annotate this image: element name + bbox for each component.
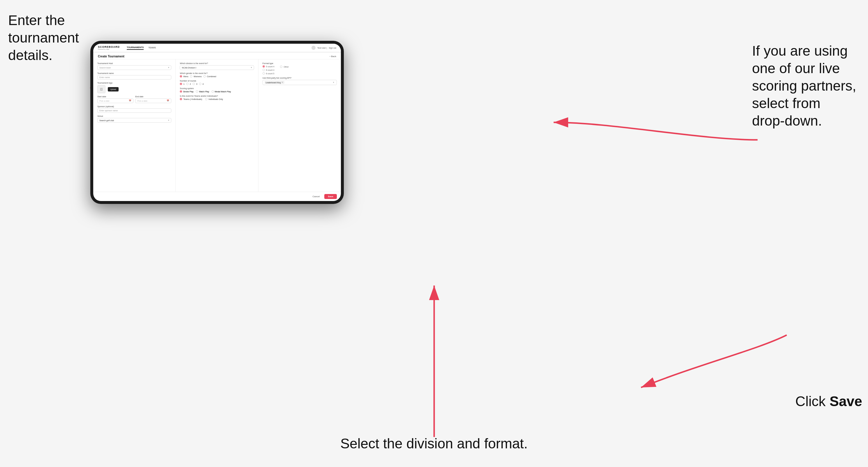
api-value: Leaderboard King <box>266 82 281 84</box>
name-group: Tournament name Enter name <box>97 72 171 80</box>
scoring-medal-label: Medal Match Play <box>215 91 231 93</box>
host-label: Tournament Host <box>97 62 171 64</box>
radio-round-3[interactable] <box>193 83 195 85</box>
gender-womens[interactable]: Womens <box>190 75 202 77</box>
scoring-medal[interactable]: Medal Match Play <box>212 90 231 93</box>
gender-combined[interactable]: Combined <box>204 75 216 77</box>
round-3-label: 3 <box>196 83 197 85</box>
date-row: Start date Pick a date 📅 End date Pick a… <box>97 96 171 103</box>
annotation-live: If you are usingone of our livescoring p… <box>752 42 860 130</box>
gender-group: Which gender is the event for? Mens Wome… <box>180 72 254 77</box>
venue-placeholder: Search golf club <box>99 119 114 122</box>
name-input[interactable]: Enter name <box>97 75 171 80</box>
venue-group: Venue Search golf club ▾ <box>97 115 171 123</box>
logo-area: 🖼 Upload <box>97 85 171 93</box>
form-col-3: Format type 5 count 4 6 count 4 <box>258 59 341 192</box>
radio-combined[interactable] <box>204 75 206 77</box>
nav-right: Test User | Sign out <box>311 46 336 50</box>
venue-chevron-icon: ▾ <box>168 119 169 122</box>
gender-combined-label: Combined <box>207 75 216 77</box>
api-close-icon[interactable]: ✕ <box>281 81 283 84</box>
form-col-2: Which division is the event for? NCAA Di… <box>176 59 258 192</box>
logo-placeholder: 🖼 <box>97 85 105 93</box>
scoring-stroke-label: Stroke Play <box>183 91 193 93</box>
teams-plus-label: Teams (+Individuals) <box>183 98 202 100</box>
other-label: Other <box>283 66 289 68</box>
division-group: Which division is the event for? NCAA Di… <box>180 62 254 70</box>
start-label: Start date <box>97 96 133 98</box>
end-date-input[interactable]: Pick a date 📅 <box>135 98 171 103</box>
nav-tournaments[interactable]: TOURNAMENTS <box>127 46 144 50</box>
gender-options: Mens Womens Combined <box>180 75 254 77</box>
round-3[interactable]: 3 <box>193 83 197 85</box>
format-5count4-label: 5 count 4 <box>266 66 275 68</box>
radio-6count5[interactable] <box>262 72 265 74</box>
save-button[interactable]: Save <box>324 194 337 199</box>
radio-teams[interactable] <box>180 98 182 100</box>
annotation-enter: Enter thetournamentdetails. <box>8 12 79 64</box>
venue-select[interactable]: Search golf club ▾ <box>97 118 171 123</box>
back-link[interactable]: ‹ Back <box>330 55 336 58</box>
round-4[interactable]: 4 <box>199 83 204 85</box>
cancel-button[interactable]: Cancel <box>310 194 322 199</box>
rounds-label: Number of rounds <box>180 80 254 82</box>
round-2[interactable]: 2 <box>186 83 191 85</box>
format-6count5[interactable]: 6 count 5 <box>262 72 275 74</box>
gender-label: Which gender is the event for? <box>180 72 254 74</box>
teams-label: Is this event for Teams and/or Individua… <box>180 95 254 97</box>
format-6count4-label: 6 count 4 <box>266 69 275 71</box>
tablet-screen: SCOREBOARD Powered by clipp! TOURNAMENTS… <box>93 44 341 201</box>
radio-6count4[interactable] <box>262 69 265 71</box>
upload-button[interactable]: Upload <box>108 87 119 91</box>
division-select[interactable]: NCAA Division I ▾ <box>180 65 254 70</box>
navbar: SCOREBOARD Powered by clipp! TOURNAMENTS… <box>93 44 341 53</box>
host-input[interactable]: Search team ▾ <box>97 65 171 70</box>
sponsor-input[interactable]: Enter sponsor name <box>97 108 171 113</box>
scoring-match-label: Match Play <box>199 91 209 93</box>
radio-medal[interactable] <box>212 90 214 93</box>
logo-group: Tournament logo 🖼 Upload <box>97 82 171 93</box>
radio-individuals[interactable] <box>205 98 208 100</box>
api-select[interactable]: Leaderboard King ✕ ▾ <box>262 80 337 85</box>
round-1-label: 1 <box>183 83 184 85</box>
user-label: Test User | <box>317 47 327 49</box>
radio-match[interactable] <box>196 90 198 93</box>
format-6count4[interactable]: 6 count 4 <box>262 69 275 71</box>
radio-womens[interactable] <box>190 75 192 77</box>
annotation-division: Select the division and format. <box>340 435 528 453</box>
brand-name: SCOREBOARD <box>98 45 120 49</box>
rounds-options: 1 2 3 4 <box>180 83 254 85</box>
gender-mens[interactable]: Mens <box>180 75 188 77</box>
host-chevron-icon: ▾ <box>168 66 169 69</box>
radio-round-1[interactable] <box>180 83 182 85</box>
teams-plus[interactable]: Teams (+Individuals) <box>180 98 202 100</box>
signout-link[interactable]: Sign out <box>329 47 336 49</box>
rounds-group: Number of rounds 1 2 3 <box>180 80 254 85</box>
end-placeholder: Pick a date <box>137 100 148 102</box>
scoring-match[interactable]: Match Play <box>196 90 209 93</box>
round-1[interactable]: 1 <box>180 83 184 85</box>
radio-other[interactable] <box>280 66 282 68</box>
format-6count5-label: 6 count 5 <box>266 72 275 74</box>
teams-group: Is this event for Teams and/or Individua… <box>180 95 254 100</box>
radio-round-2[interactable] <box>186 83 188 85</box>
radio-mens[interactable] <box>180 75 182 77</box>
annotation-save: Click Save <box>796 393 862 410</box>
form-area: Tournament Host Search team ▾ Tournament… <box>93 59 341 192</box>
format-other[interactable]: Other <box>280 66 289 68</box>
individuals-only[interactable]: Individuals Only <box>205 98 223 100</box>
scoring-stroke[interactable]: Stroke Play <box>180 90 193 93</box>
radio-5count4[interactable] <box>262 65 265 68</box>
host-placeholder: Search team <box>99 67 111 69</box>
start-date-input[interactable]: Pick a date 📅 <box>97 98 133 103</box>
name-placeholder: Enter name <box>99 76 110 79</box>
format-5count4[interactable]: 5 count 4 <box>262 65 275 68</box>
scoring-options: Stroke Play Match Play Medal Match Play <box>180 90 254 93</box>
radio-round-4[interactable] <box>199 83 202 85</box>
format-label: Format type <box>262 62 337 64</box>
nav-teams[interactable]: TEAMS <box>148 46 156 50</box>
sponsor-label: Sponsor (optional) <box>97 105 171 107</box>
format-options-left: 5 count 4 6 count 4 6 count 5 <box>262 65 275 74</box>
user-avatar <box>311 46 315 50</box>
radio-stroke[interactable] <box>180 90 182 93</box>
